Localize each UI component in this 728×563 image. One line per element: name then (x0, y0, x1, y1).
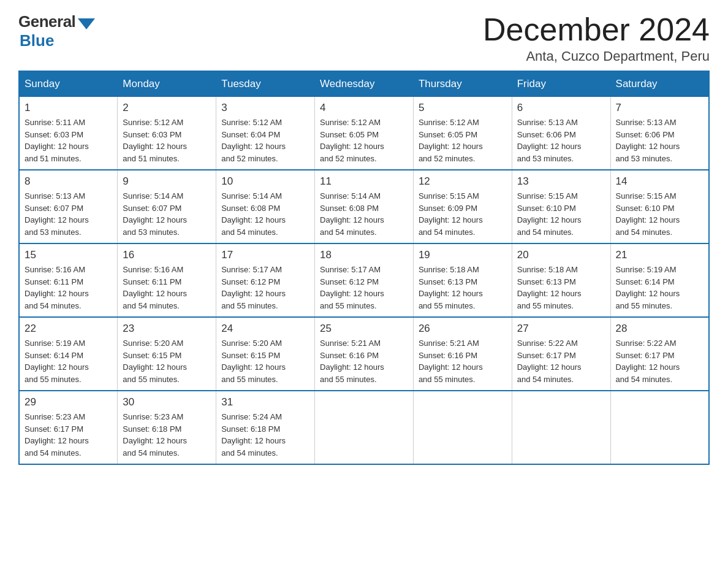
day-number: 6 (517, 102, 605, 114)
day-number: 11 (320, 175, 408, 188)
day-number: 19 (419, 249, 507, 261)
day-number: 31 (221, 396, 309, 408)
day-number: 7 (616, 102, 703, 114)
header-cell-tuesday: Tuesday (216, 71, 315, 97)
calendar-cell: 26 Sunrise: 5:21 AM Sunset: 6:16 PM Dayl… (413, 317, 512, 391)
calendar-cell: 27 Sunrise: 5:22 AM Sunset: 6:17 PM Dayl… (512, 317, 610, 391)
calendar-cell: 9 Sunrise: 5:14 AM Sunset: 6:07 PM Dayli… (118, 170, 216, 243)
day-number: 10 (221, 175, 309, 188)
day-info: Sunrise: 5:12 AM Sunset: 6:03 PM Dayligh… (123, 117, 211, 164)
day-info: Sunrise: 5:21 AM Sunset: 6:16 PM Dayligh… (320, 337, 408, 385)
day-number: 15 (25, 249, 112, 261)
calendar-cell: 10 Sunrise: 5:14 AM Sunset: 6:08 PM Dayl… (216, 170, 315, 243)
day-number: 16 (123, 249, 211, 261)
day-number: 4 (320, 102, 408, 114)
month-title: December 2024 (483, 12, 710, 47)
day-info: Sunrise: 5:13 AM Sunset: 6:07 PM Dayligh… (25, 190, 112, 238)
day-info: Sunrise: 5:16 AM Sunset: 6:11 PM Dayligh… (25, 264, 112, 312)
day-number: 22 (25, 323, 112, 335)
calendar-cell: 7 Sunrise: 5:13 AM Sunset: 6:06 PM Dayli… (610, 97, 709, 170)
day-info: Sunrise: 5:22 AM Sunset: 6:17 PM Dayligh… (517, 337, 605, 385)
week-row-1: 1 Sunrise: 5:11 AM Sunset: 6:03 PM Dayli… (19, 97, 709, 170)
day-number: 2 (123, 102, 211, 114)
day-info: Sunrise: 5:14 AM Sunset: 6:08 PM Dayligh… (320, 190, 408, 238)
calendar-cell: 19 Sunrise: 5:18 AM Sunset: 6:13 PM Dayl… (413, 243, 512, 317)
calendar-cell: 23 Sunrise: 5:20 AM Sunset: 6:15 PM Dayl… (118, 317, 216, 391)
page-header: General Blue December 2024 Anta, Cuzco D… (18, 12, 710, 64)
day-info: Sunrise: 5:22 AM Sunset: 6:17 PM Dayligh… (616, 337, 703, 385)
day-number: 12 (419, 175, 507, 188)
day-number: 27 (517, 323, 605, 335)
calendar-cell: 29 Sunrise: 5:23 AM Sunset: 6:17 PM Dayl… (19, 391, 118, 464)
day-info: Sunrise: 5:21 AM Sunset: 6:16 PM Dayligh… (419, 337, 507, 385)
day-number: 14 (616, 175, 703, 188)
header-cell-friday: Friday (512, 71, 610, 97)
day-info: Sunrise: 5:17 AM Sunset: 6:12 PM Dayligh… (320, 264, 408, 312)
day-number: 1 (25, 102, 112, 114)
day-info: Sunrise: 5:18 AM Sunset: 6:13 PM Dayligh… (517, 264, 605, 312)
calendar-cell: 25 Sunrise: 5:21 AM Sunset: 6:16 PM Dayl… (315, 317, 414, 391)
day-number: 23 (123, 323, 211, 335)
calendar-cell: 4 Sunrise: 5:12 AM Sunset: 6:05 PM Dayli… (315, 97, 414, 170)
day-info: Sunrise: 5:19 AM Sunset: 6:14 PM Dayligh… (25, 337, 112, 385)
week-row-3: 15 Sunrise: 5:16 AM Sunset: 6:11 PM Dayl… (19, 243, 709, 317)
calendar-cell: 30 Sunrise: 5:23 AM Sunset: 6:18 PM Dayl… (118, 391, 216, 464)
calendar-cell: 2 Sunrise: 5:12 AM Sunset: 6:03 PM Dayli… (118, 97, 216, 170)
day-info: Sunrise: 5:15 AM Sunset: 6:09 PM Dayligh… (419, 190, 507, 238)
calendar-table: SundayMondayTuesdayWednesdayThursdayFrid… (18, 71, 710, 465)
header-cell-monday: Monday (118, 71, 216, 97)
calendar-cell: 3 Sunrise: 5:12 AM Sunset: 6:04 PM Dayli… (216, 97, 315, 170)
day-number: 18 (320, 249, 408, 261)
day-number: 20 (517, 249, 605, 261)
calendar-cell: 18 Sunrise: 5:17 AM Sunset: 6:12 PM Dayl… (315, 243, 414, 317)
calendar-cell: 24 Sunrise: 5:20 AM Sunset: 6:15 PM Dayl… (216, 317, 315, 391)
calendar-cell: 28 Sunrise: 5:22 AM Sunset: 6:17 PM Dayl… (610, 317, 709, 391)
calendar-cell: 8 Sunrise: 5:13 AM Sunset: 6:07 PM Dayli… (19, 170, 118, 243)
calendar-cell: 22 Sunrise: 5:19 AM Sunset: 6:14 PM Dayl… (19, 317, 118, 391)
day-info: Sunrise: 5:23 AM Sunset: 6:18 PM Dayligh… (123, 411, 211, 459)
day-number: 3 (221, 102, 309, 114)
day-number: 26 (419, 323, 507, 335)
header-row: SundayMondayTuesdayWednesdayThursdayFrid… (19, 71, 709, 97)
calendar-cell: 5 Sunrise: 5:12 AM Sunset: 6:05 PM Dayli… (413, 97, 512, 170)
day-number: 28 (616, 323, 703, 335)
week-row-5: 29 Sunrise: 5:23 AM Sunset: 6:17 PM Dayl… (19, 391, 709, 464)
day-number: 21 (616, 249, 703, 261)
day-info: Sunrise: 5:17 AM Sunset: 6:12 PM Dayligh… (221, 264, 309, 312)
day-number: 8 (25, 175, 112, 188)
day-number: 9 (123, 175, 211, 188)
calendar-cell: 12 Sunrise: 5:15 AM Sunset: 6:09 PM Dayl… (413, 170, 512, 243)
logo-arrow-icon (78, 18, 95, 29)
calendar-cell: 13 Sunrise: 5:15 AM Sunset: 6:10 PM Dayl… (512, 170, 610, 243)
week-row-4: 22 Sunrise: 5:19 AM Sunset: 6:14 PM Dayl… (19, 317, 709, 391)
calendar-cell: 31 Sunrise: 5:24 AM Sunset: 6:18 PM Dayl… (216, 391, 315, 464)
calendar-cell: 17 Sunrise: 5:17 AM Sunset: 6:12 PM Dayl… (216, 243, 315, 317)
day-info: Sunrise: 5:20 AM Sunset: 6:15 PM Dayligh… (123, 337, 211, 385)
calendar-cell (315, 391, 414, 464)
day-number: 25 (320, 323, 408, 335)
calendar-cell (512, 391, 610, 464)
day-info: Sunrise: 5:15 AM Sunset: 6:10 PM Dayligh… (517, 190, 605, 238)
calendar-cell: 6 Sunrise: 5:13 AM Sunset: 6:06 PM Dayli… (512, 97, 610, 170)
day-info: Sunrise: 5:24 AM Sunset: 6:18 PM Dayligh… (221, 411, 309, 459)
day-number: 13 (517, 175, 605, 188)
header-cell-sunday: Sunday (19, 71, 118, 97)
calendar-cell: 15 Sunrise: 5:16 AM Sunset: 6:11 PM Dayl… (19, 243, 118, 317)
day-number: 30 (123, 396, 211, 408)
logo: General Blue (18, 12, 95, 50)
day-info: Sunrise: 5:20 AM Sunset: 6:15 PM Dayligh… (221, 337, 309, 385)
day-info: Sunrise: 5:14 AM Sunset: 6:08 PM Dayligh… (221, 190, 309, 238)
day-info: Sunrise: 5:15 AM Sunset: 6:10 PM Dayligh… (616, 190, 703, 238)
day-info: Sunrise: 5:13 AM Sunset: 6:06 PM Dayligh… (517, 117, 605, 164)
calendar-cell: 20 Sunrise: 5:18 AM Sunset: 6:13 PM Dayl… (512, 243, 610, 317)
day-number: 24 (221, 323, 309, 335)
day-info: Sunrise: 5:12 AM Sunset: 6:05 PM Dayligh… (320, 117, 408, 164)
day-number: 5 (419, 102, 507, 114)
location-subtitle: Anta, Cuzco Department, Peru (483, 48, 710, 64)
calendar-cell: 21 Sunrise: 5:19 AM Sunset: 6:14 PM Dayl… (610, 243, 709, 317)
day-info: Sunrise: 5:16 AM Sunset: 6:11 PM Dayligh… (123, 264, 211, 312)
day-number: 29 (25, 396, 112, 408)
title-block: December 2024 Anta, Cuzco Department, Pe… (483, 12, 710, 64)
day-info: Sunrise: 5:18 AM Sunset: 6:13 PM Dayligh… (419, 264, 507, 312)
day-info: Sunrise: 5:23 AM Sunset: 6:17 PM Dayligh… (25, 411, 112, 459)
